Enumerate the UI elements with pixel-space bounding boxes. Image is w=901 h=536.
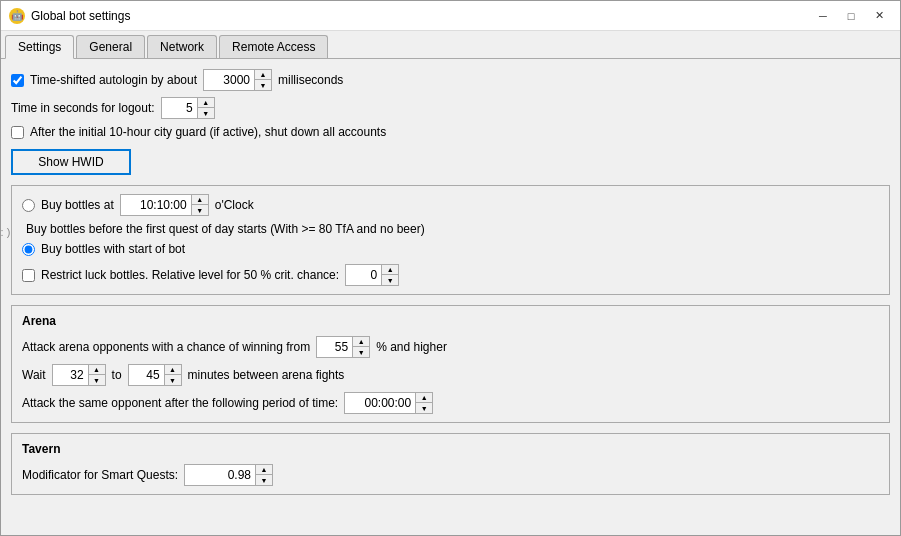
wait-label1: Wait: [22, 368, 46, 382]
restrict-luck-label: Restrict luck bottles. Relative level fo…: [41, 268, 339, 282]
same-opponent-label: Attack the same opponent after the follo…: [22, 396, 338, 410]
main-window: 🤖 Global bot settings ─ □ ✕ Settings Gen…: [0, 0, 901, 536]
attack-label1: Attack arena opponents with a chance of …: [22, 340, 310, 354]
same-opponent-row: Attack the same opponent after the follo…: [22, 392, 879, 414]
tab-bar: Settings General Network Remote Access: [1, 31, 900, 59]
autologin-spinner-buttons: ▲ ▼: [254, 70, 271, 90]
autologin-unit: milliseconds: [278, 73, 343, 87]
buy-bottles-time-buttons: ▲ ▼: [191, 195, 208, 215]
restrict-luck-down-button[interactable]: ▼: [382, 275, 398, 285]
title-controls: ─ □ ✕: [810, 6, 892, 26]
autologin-label: Time-shifted autologin by about: [30, 73, 197, 87]
wait-to-down-button[interactable]: ▼: [165, 375, 181, 385]
autologin-spinner: ▲ ▼: [203, 69, 272, 91]
buy-bottles-start-row: Buy bottles with start of bot: [22, 242, 879, 256]
restrict-luck-spinner: ▲ ▼: [345, 264, 399, 286]
same-opponent-spinner: ▲ ▼: [344, 392, 433, 414]
restrict-luck-input[interactable]: [346, 265, 381, 285]
tavern-group: Tavern Modificator for Smart Quests: ▲ ▼: [11, 433, 890, 495]
wait-row: Wait ▲ ▼ to ▲ ▼: [22, 364, 879, 386]
minimize-button[interactable]: ─: [810, 6, 836, 26]
same-opponent-buttons: ▲ ▼: [415, 393, 432, 413]
wait-from-buttons: ▲ ▼: [88, 365, 105, 385]
same-opponent-down-button[interactable]: ▼: [416, 403, 432, 413]
restrict-luck-checkbox[interactable]: [22, 269, 35, 282]
app-icon: 🤖: [9, 8, 25, 24]
wait-from-input[interactable]: [53, 365, 88, 385]
autologin-checkbox[interactable]: [11, 74, 24, 87]
modifier-input[interactable]: [185, 465, 255, 485]
city-guard-label: After the initial 10-hour city guard (if…: [30, 125, 386, 139]
attack-label2: % and higher: [376, 340, 447, 354]
oclock-label: o'Clock: [215, 198, 254, 212]
content-area: Settings General Network Remote Access T…: [1, 31, 900, 535]
tab-settings[interactable]: Settings: [5, 35, 74, 59]
tab-general[interactable]: General: [76, 35, 145, 58]
city-guard-row: After the initial 10-hour city guard (if…: [11, 125, 890, 139]
tab-remote-access[interactable]: Remote Access: [219, 35, 328, 58]
modifier-down-button[interactable]: ▼: [256, 475, 272, 485]
attack-chance-up-button[interactable]: ▲: [353, 337, 369, 347]
attack-chance-down-button[interactable]: ▼: [353, 347, 369, 357]
wait-to-buttons: ▲ ▼: [164, 365, 181, 385]
wait-to-spinner: ▲ ▼: [128, 364, 182, 386]
to-label: to: [112, 368, 122, 382]
logout-label: Time in seconds for logout:: [11, 101, 155, 115]
wait-from-up-button[interactable]: ▲: [89, 365, 105, 375]
autologin-down-button[interactable]: ▼: [255, 80, 271, 90]
logout-spinner: ▲ ▼: [161, 97, 215, 119]
autologin-input[interactable]: [204, 70, 254, 90]
city-guard-checkbox[interactable]: [11, 126, 24, 139]
buy-bottles-time-input[interactable]: [121, 195, 191, 215]
autologin-up-button[interactable]: ▲: [255, 70, 271, 80]
restrict-luck-buttons: ▲ ▼: [381, 265, 398, 285]
logout-up-button[interactable]: ▲: [198, 98, 214, 108]
logout-row: Time in seconds for logout: ▲ ▼: [11, 97, 890, 119]
show-hwid-button[interactable]: Show HWID: [11, 149, 131, 175]
attack-chance-input[interactable]: [317, 337, 352, 357]
same-opponent-up-button[interactable]: ▲: [416, 393, 432, 403]
buy-bottles-at-radio[interactable]: [22, 199, 35, 212]
side-label-remote: Remote: ): [1, 226, 10, 238]
maximize-button[interactable]: □: [838, 6, 864, 26]
close-button[interactable]: ✕: [866, 6, 892, 26]
buy-bottles-before-label: Buy bottles before the first quest of da…: [26, 222, 425, 236]
buy-time-down-button[interactable]: ▼: [192, 205, 208, 215]
restrict-luck-up-button[interactable]: ▲: [382, 265, 398, 275]
window-title: Global bot settings: [31, 9, 130, 23]
buy-bottles-time-spinner: ▲ ▼: [120, 194, 209, 216]
buy-time-up-button[interactable]: ▲: [192, 195, 208, 205]
buy-bottles-at-label: Buy bottles at: [41, 198, 114, 212]
logout-down-button[interactable]: ▼: [198, 108, 214, 118]
modifier-row: Modificator for Smart Quests: ▲ ▼: [22, 464, 879, 486]
tavern-title: Tavern: [22, 442, 879, 456]
modifier-up-button[interactable]: ▲: [256, 465, 272, 475]
settings-panel: Time-shifted autologin by about ▲ ▼ mill…: [1, 59, 900, 535]
modifier-label: Modificator for Smart Quests:: [22, 468, 178, 482]
buy-bottles-start-label: Buy bottles with start of bot: [41, 242, 185, 256]
wait-to-input[interactable]: [129, 365, 164, 385]
restrict-luck-row: Restrict luck bottles. Relative level fo…: [22, 264, 879, 286]
arena-group: Arena Attack arena opponents with a chan…: [11, 305, 890, 423]
same-opponent-input[interactable]: [345, 393, 415, 413]
wait-from-down-button[interactable]: ▼: [89, 375, 105, 385]
arena-title: Arena: [22, 314, 879, 328]
title-bar: 🤖 Global bot settings ─ □ ✕: [1, 1, 900, 31]
modifier-buttons: ▲ ▼: [255, 465, 272, 485]
title-bar-left: 🤖 Global bot settings: [9, 8, 130, 24]
attack-chance-spinner: ▲ ▼: [316, 336, 370, 358]
buy-bottles-start-radio[interactable]: [22, 243, 35, 256]
logout-input[interactable]: [162, 98, 197, 118]
modifier-spinner: ▲ ▼: [184, 464, 273, 486]
bottles-group: Dor Remote: ) Buy bottles at ▲ ▼: [11, 185, 890, 295]
logout-spinner-buttons: ▲ ▼: [197, 98, 214, 118]
buy-bottles-before-row: Buy bottles before the first quest of da…: [26, 222, 879, 236]
wait-label2: minutes between arena fights: [188, 368, 345, 382]
wait-to-up-button[interactable]: ▲: [165, 365, 181, 375]
hwid-section: Show HWID: [11, 149, 890, 175]
autologin-row: Time-shifted autologin by about ▲ ▼ mill…: [11, 69, 890, 91]
attack-chance-buttons: ▲ ▼: [352, 337, 369, 357]
tab-network[interactable]: Network: [147, 35, 217, 58]
wait-from-spinner: ▲ ▼: [52, 364, 106, 386]
buy-bottles-at-row: Buy bottles at ▲ ▼ o'Clock: [22, 194, 879, 216]
